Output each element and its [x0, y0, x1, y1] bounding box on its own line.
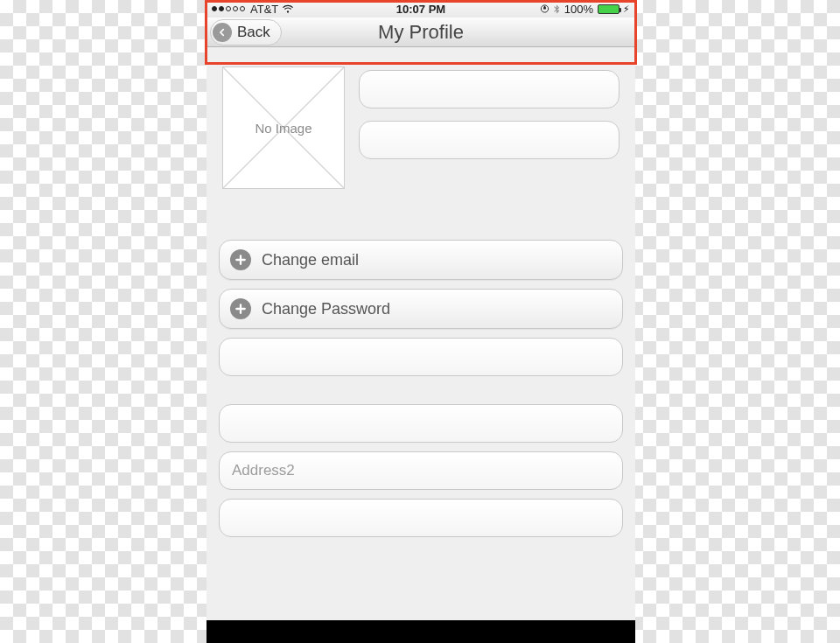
nav-bar: Back My Profile: [206, 17, 635, 47]
phone-input[interactable]: [232, 348, 610, 366]
phone-field[interactable]: [219, 338, 623, 376]
first-name-input[interactable]: [372, 80, 606, 98]
status-right: 100% ⚡︎: [540, 3, 630, 16]
last-name-field[interactable]: [359, 121, 620, 159]
plus-icon: [230, 298, 251, 319]
email-value: [224, 212, 306, 229]
address2-field[interactable]: [219, 451, 623, 490]
bottom-bar: [206, 620, 635, 643]
address2-input[interactable]: [232, 462, 610, 479]
signal-strength-icon: [212, 6, 245, 11]
orientation-lock-icon: [540, 3, 550, 14]
first-name-field[interactable]: [359, 70, 620, 108]
change-password-button[interactable]: Change Password: [219, 289, 623, 329]
change-password-label: Change Password: [262, 300, 390, 318]
bluetooth-icon: [552, 3, 562, 14]
back-button[interactable]: Back: [210, 19, 282, 45]
back-button-label: Back: [237, 24, 270, 41]
plus-icon: [230, 249, 251, 270]
status-left: AT&T: [212, 3, 294, 16]
city-input[interactable]: [232, 509, 610, 527]
profile-form: No Image Change email: [206, 47, 635, 643]
address1-field[interactable]: [219, 404, 623, 443]
address1-input[interactable]: [232, 415, 610, 432]
chevron-left-icon: [213, 23, 232, 42]
last-name-input[interactable]: [372, 131, 606, 149]
status-bar: AT&T 10:07 PM 100% ⚡︎: [206, 0, 635, 17]
change-email-label: Change email: [262, 251, 359, 269]
battery-percent: 100%: [564, 3, 593, 16]
carrier-label: AT&T: [250, 3, 278, 16]
avatar-placeholder-label: No Image: [255, 121, 312, 136]
change-email-button[interactable]: Change email: [219, 240, 623, 280]
avatar-placeholder[interactable]: No Image: [222, 66, 345, 189]
device-frame: AT&T 10:07 PM 100% ⚡︎ Back My Profile: [206, 0, 635, 643]
battery-icon: [598, 4, 620, 14]
city-field[interactable]: [219, 499, 623, 537]
wifi-icon: [282, 3, 294, 14]
email-display: [217, 198, 625, 233]
charging-icon: ⚡︎: [623, 3, 630, 15]
